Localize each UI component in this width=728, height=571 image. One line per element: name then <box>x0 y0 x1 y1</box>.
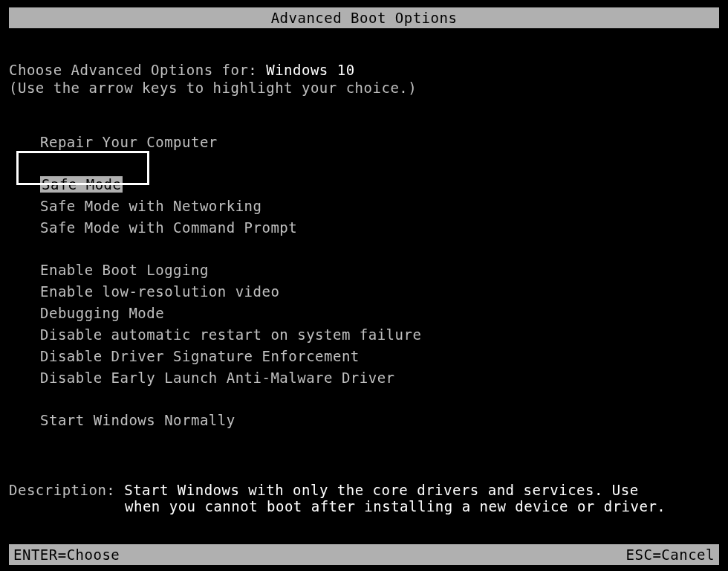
option-debugging-mode[interactable]: Debugging Mode <box>40 303 719 324</box>
footer-bar: ENTER=Choose ESC=Cancel <box>9 544 719 565</box>
prompt-label: Choose Advanced Options for: <box>9 62 266 78</box>
footer-esc-hint: ESC=Cancel <box>626 546 715 563</box>
content-area: Choose Advanced Options for: Windows 10 … <box>0 28 728 431</box>
description-label: Description: <box>9 482 124 498</box>
description-text-1: Start Windows with only the core drivers… <box>124 482 638 498</box>
option-disable-driver-sig[interactable]: Disable Driver Signature Enforcement <box>40 346 719 367</box>
option-enable-low-res-video[interactable]: Enable low-resolution video <box>40 281 719 303</box>
screen-title: Advanced Boot Options <box>271 10 458 26</box>
boot-options-list: Repair Your Computer Safe Mode Safe Mode… <box>9 132 719 431</box>
description-line-1: Description: Start Windows with only the… <box>9 482 719 498</box>
footer-enter-hint: ENTER=Choose <box>13 546 120 563</box>
option-group-safemode: Safe Mode Safe Mode with Networking Safe… <box>40 174 719 239</box>
description-text-2: when you cannot boot after installing a … <box>9 498 719 514</box>
prompt-line: Choose Advanced Options for: Windows 10 <box>9 62 719 78</box>
os-name: Windows 10 <box>266 62 354 78</box>
title-bar: Advanced Boot Options <box>9 7 719 28</box>
option-start-windows-normally[interactable]: Start Windows Normally <box>40 410 719 431</box>
option-disable-elam[interactable]: Disable Early Launch Anti-Malware Driver <box>40 367 719 389</box>
option-enable-boot-logging[interactable]: Enable Boot Logging <box>40 259 719 281</box>
option-group-advanced: Enable Boot Logging Enable low-resolutio… <box>40 259 719 389</box>
option-group-repair: Repair Your Computer <box>40 132 719 153</box>
option-disable-auto-restart[interactable]: Disable automatic restart on system fail… <box>40 324 719 346</box>
option-repair-your-computer[interactable]: Repair Your Computer <box>40 132 719 153</box>
option-safe-mode-networking[interactable]: Safe Mode with Networking <box>40 196 719 217</box>
description-block: Description: Start Windows with only the… <box>0 452 728 514</box>
option-safe-mode[interactable]: Safe Mode <box>40 174 123 196</box>
option-safe-mode-label: Safe Mode <box>40 176 123 193</box>
option-group-normal: Start Windows Normally <box>40 410 719 431</box>
instruction-text: (Use the arrow keys to highlight your ch… <box>9 80 719 96</box>
option-safe-mode-command-prompt[interactable]: Safe Mode with Command Prompt <box>40 217 719 239</box>
